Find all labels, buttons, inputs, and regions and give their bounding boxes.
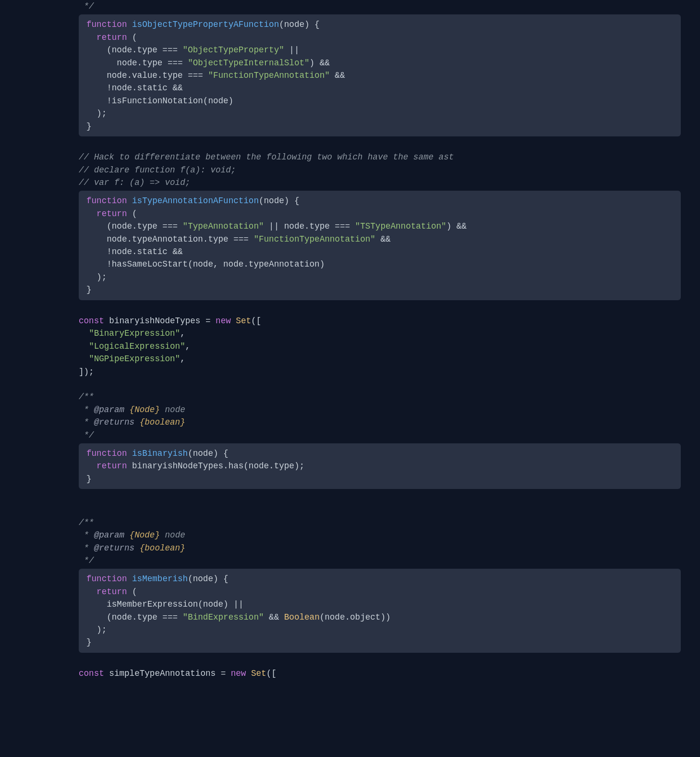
text: && (330, 71, 345, 80)
code-line: // Hack to differentiate between the fol… (79, 151, 681, 163)
string-literal: "LogicalExpression" (89, 342, 185, 351)
code-line (79, 503, 681, 516)
code-line: ); (86, 107, 681, 120)
code-line: } (86, 283, 681, 296)
jsdoc-type: {Node} (124, 405, 165, 415)
keyword-return: return (86, 209, 127, 219)
keyword-new: new (216, 316, 231, 326)
function-name: isTypeAnnotationAFunction (132, 196, 259, 206)
code-line: } (86, 120, 681, 133)
keyword-function: function (86, 196, 127, 206)
text: binaryishNodeTypes = (104, 316, 216, 326)
jsdoc-tag-returns: @returns (94, 417, 134, 427)
keyword-const: const (79, 316, 104, 326)
text: } (86, 474, 92, 484)
text: binaryishNodeTypes.has(node.type); (127, 461, 304, 471)
params: (node) { (279, 20, 319, 29)
code-line: * @returns {boolean} (79, 416, 681, 428)
function-name: isMemberish (132, 574, 188, 584)
code-line: (node.type === "ObjectTypeProperty" || (86, 44, 681, 56)
code-line: !node.static && (86, 245, 681, 258)
keyword-function: function (86, 449, 127, 458)
jsdoc-star: * (79, 530, 94, 540)
code-line: function isObjectTypePropertyAFunction(n… (86, 18, 681, 31)
jsdoc-tag-param: @param (94, 405, 124, 415)
code-line: return ( (86, 208, 681, 220)
string-literal: "BinaryExpression" (89, 329, 180, 338)
jsdoc-end: */ (79, 556, 94, 565)
string-literal: "FunctionTypeAnnotation" (208, 71, 329, 80)
code-line (79, 138, 681, 151)
params: (node) { (259, 196, 299, 206)
code-line: "LogicalExpression", (79, 340, 681, 353)
code-line: return binaryishNodeTypes.has(node.type)… (86, 460, 681, 472)
params: (node) { (188, 574, 228, 584)
text: !node.static && (86, 247, 183, 256)
text: , (185, 342, 191, 351)
keyword-return: return (86, 587, 127, 597)
text: ); (86, 109, 107, 118)
text: (node.object)) (320, 612, 391, 622)
builtin-boolean: Boolean (284, 612, 320, 622)
text: , (180, 329, 185, 338)
code-line: !hasSameLocStart(node, node.typeAnnotati… (86, 258, 681, 270)
text: ( (127, 33, 137, 42)
highlighted-function-block: function isObjectTypePropertyAFunction(n… (79, 14, 681, 136)
code-line: !node.static && (86, 82, 681, 94)
text: ); (86, 272, 107, 282)
comment: // declare function f(a): void; (79, 165, 236, 175)
jsdoc-tag-returns: @returns (94, 543, 134, 553)
text: simpleTypeAnnotations = (104, 669, 231, 678)
jsdoc-param-name: node (165, 405, 185, 415)
string-literal: "FunctionTypeAnnotation" (253, 234, 375, 244)
text (79, 354, 89, 364)
code-line: node.typeAnnotation.type === "FunctionTy… (86, 233, 681, 245)
text: (node.type === (86, 45, 183, 55)
text: || (284, 45, 300, 55)
jsdoc-type: {Node} (124, 530, 165, 540)
jsdoc-param-name: node (165, 530, 185, 540)
code-line: const simpleTypeAnnotations = new Set([ (79, 667, 681, 680)
jsdoc-start: /** (79, 518, 94, 527)
text: && (264, 612, 284, 622)
jsdoc-type: {boolean} (134, 543, 185, 553)
keyword-return: return (86, 33, 127, 42)
comment: // var f: (a) => void; (79, 178, 190, 187)
code-line: // var f: (a) => void; (79, 176, 681, 189)
code-line (79, 655, 681, 667)
string-literal: "NGPipeExpression" (89, 354, 180, 364)
text: ) && (310, 58, 330, 68)
code-line: ); (86, 271, 681, 283)
code-line: const binaryishNodeTypes = new Set([ (79, 315, 681, 327)
code-line (79, 302, 681, 315)
text (79, 329, 89, 338)
text: , (180, 354, 185, 364)
params: (node) { (188, 449, 228, 458)
code-line: */ (79, 554, 681, 567)
code-line: (node.type === "TypeAnnotation" || node.… (86, 220, 681, 232)
text (79, 342, 89, 351)
text (246, 669, 251, 678)
code-line: return ( (86, 31, 681, 44)
jsdoc-star: * (79, 543, 94, 553)
text: node.type === (86, 58, 188, 68)
text: && (375, 234, 391, 244)
keyword-const: const (79, 669, 104, 678)
jsdoc-end: */ (79, 430, 94, 440)
text: (node.type === (86, 612, 183, 622)
text: !hasSameLocStart(node, node.typeAnnotati… (86, 259, 325, 269)
code-line: ); (86, 623, 681, 636)
text: ([ (251, 316, 261, 326)
keyword-new: new (231, 669, 246, 678)
jsdoc-star: * (79, 417, 94, 427)
code-line (79, 491, 681, 503)
code-line: ]); (79, 366, 681, 378)
code-line: node.type === "ObjectTypeInternalSlot") … (86, 57, 681, 69)
text: !isFunctionNotation(node) (86, 96, 233, 106)
code-line (79, 378, 681, 391)
text: ); (86, 625, 107, 635)
highlighted-function-block: function isTypeAnnotationAFunction(node)… (79, 191, 681, 300)
code-line: "BinaryExpression", (79, 327, 681, 340)
string-literal: "TSTypeAnnotation" (355, 221, 447, 231)
text: ([ (266, 669, 277, 678)
